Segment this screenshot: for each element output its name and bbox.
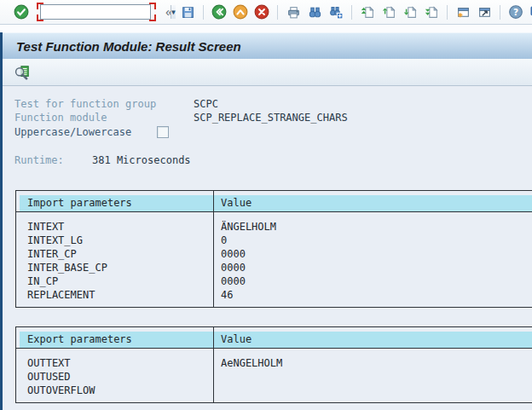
import-header-name: Import parameters [16,195,214,211]
toolbar-separator [500,5,500,20]
param-name: REPLACEMENT [16,288,214,302]
table-row: REPLACEMENT 46 [16,288,532,302]
display-detail-icon [14,64,31,81]
help-icon: ? [508,4,523,20]
export-header-value: Value [214,332,532,348]
param-value [214,384,532,397]
previous-page-button[interactable] [379,3,398,21]
param-value: 0000 [214,247,532,261]
command-field: ▼ [40,4,151,20]
runtime-value: 381 Microseconds [92,153,191,167]
first-page-icon [361,5,375,20]
toolbar-gap [0,25,532,32]
import-parameters-table: Import parameters Value INTEXT ÄNGELHOLM… [15,190,532,308]
param-value: 0000 [214,274,532,288]
table-spacer [16,212,532,220]
export-parameters-table: Export parameters Value OUTTEXT AeNGELHO… [15,326,532,403]
find-button[interactable] [305,3,324,21]
customize-layout-button[interactable] [528,3,532,21]
param-name: INTER_CP [16,247,214,261]
create-shortcut-icon [477,5,492,20]
help-button[interactable]: ? [506,3,525,21]
find-icon [308,5,322,20]
toolbar-separator [203,5,204,20]
exit-button[interactable] [231,3,250,21]
import-header-value: Value [214,195,532,211]
runtime-row: Runtime: 381 Microseconds [14,153,532,167]
next-page-icon [403,5,418,20]
uppercase-checkbox-label: Uppercase/Lowercase [14,125,131,139]
param-name: OUTOVERFLOW [16,384,214,397]
toolbar-separator [447,5,448,20]
save-button[interactable] [178,3,197,21]
toolbar-separator [351,5,352,20]
info-row: Function module SCP_REPLACE_STRANGE_CHAR… [14,111,532,124]
uppercase-row: Uppercase/Lowercase [14,125,532,139]
first-page-button[interactable] [358,3,377,21]
function-group-value: SCPC [194,97,218,111]
new-session-icon [456,5,471,20]
uppercase-checkbox[interactable] [157,126,169,138]
new-session-button[interactable] [454,3,472,21]
table-row: INTEXT ÄNGELHOLM [16,220,532,234]
param-value: AeNGELHOLM [214,356,532,370]
create-shortcut-button[interactable] [475,3,494,21]
enter-icon [14,4,29,20]
export-header-name: Export parameters [16,332,214,348]
svg-text:?: ? [513,7,518,18]
table-header-row: Export parameters Value [16,332,532,348]
param-name: OUTTEXT [16,356,214,370]
param-name: IN_CP [16,274,214,288]
import-table-head: Import parameters Value [16,191,532,212]
export-table-head: Export parameters Value [16,327,532,349]
param-name: OUTUSED [16,370,214,384]
table-row: INTEXT_LG 0 [16,234,532,247]
import-table-body: INTEXT ÄNGELHOLM INTEXT_LG 0 INTER_CP 00… [16,212,532,307]
exit-icon [233,4,248,20]
command-input[interactable] [43,7,171,17]
param-value: 0000 [214,261,532,274]
function-group-label: Test for function group [14,97,194,111]
table-spacer [16,349,532,356]
param-value: 46 [214,288,532,302]
next-page-button[interactable] [401,3,419,21]
result-screen-content: Test for function group SCPC Function mo… [3,86,532,410]
export-table-body: OUTTEXT AeNGELHOLM OUTUSED OUTOVERFLOW [16,349,532,402]
print-button[interactable] [284,3,303,21]
table-row: INTER_BASE_CP 0000 [16,261,532,274]
info-row: Test for function group SCPC [14,97,532,111]
last-page-icon [425,5,439,20]
function-module-label: Function module [14,111,194,124]
param-name: INTEXT_LG [16,234,214,247]
param-value: 0 [214,234,532,247]
last-page-button[interactable] [422,3,441,21]
cancel-icon [254,4,269,20]
table-row: INTER_CP 0000 [16,247,532,261]
table-row: IN_CP 0000 [16,274,532,288]
back-button[interactable] [210,3,228,21]
table-row: OUTOVERFLOW [16,384,532,397]
find-next-button[interactable] [327,3,345,21]
enter-button[interactable] [12,3,31,21]
table-row: OUTUSED [16,370,532,384]
cancel-button[interactable] [252,3,271,21]
system-toolbar: ▼ « ? [0,0,532,25]
title-bar: Test Function Module: Result Screen [3,32,532,59]
print-icon [286,5,301,20]
screen-area: Test Function Module: Result Screen Test… [0,32,532,410]
find-next-icon [329,5,344,20]
param-name: INTEXT [16,220,214,234]
table-spacer [16,302,532,307]
toolbar-separator [277,5,278,20]
function-info: Test for function group SCPC Function mo… [14,97,532,139]
param-name: INTER_BASE_CP [16,261,214,274]
command-field-wrap: ▼ [37,3,156,21]
back-icon [211,4,227,20]
command-dropdown-button[interactable]: ▼ [171,5,176,19]
display-detail-button[interactable] [13,63,32,82]
runtime-label: Runtime: [14,153,92,167]
application-toolbar [3,59,532,86]
page-title: Test Function Module: Result Screen [16,39,241,54]
param-value: ÄNGELHOLM [214,220,532,234]
table-row: OUTTEXT AeNGELHOLM [16,356,532,370]
